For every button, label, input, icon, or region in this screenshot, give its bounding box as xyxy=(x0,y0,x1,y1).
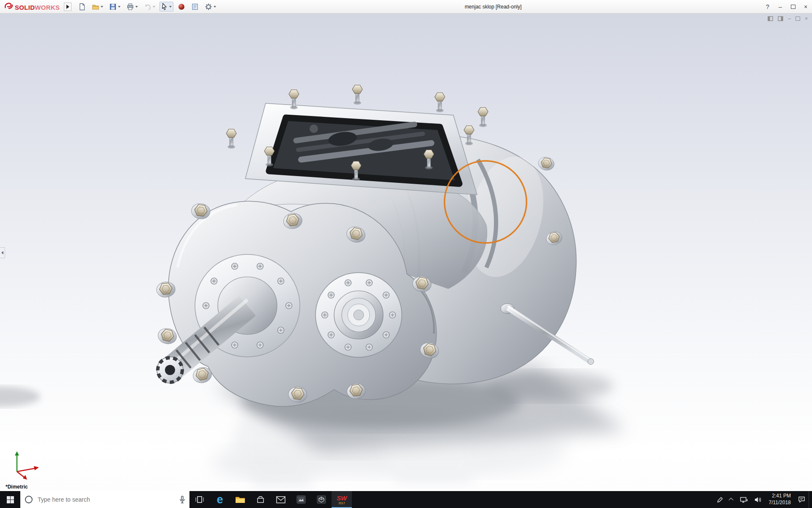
maximize-button[interactable] xyxy=(787,0,799,13)
network-button[interactable] xyxy=(737,491,751,508)
top-cover-opening xyxy=(245,103,477,195)
collapse-arrow-icon xyxy=(1,251,3,254)
network-icon xyxy=(740,497,748,503)
taskbar-search[interactable] xyxy=(20,491,189,508)
action-center-icon xyxy=(798,496,805,503)
mail-icon xyxy=(276,496,285,503)
pen-icon xyxy=(717,497,723,503)
save-dropdown-caret[interactable] xyxy=(118,6,121,8)
close-button[interactable]: × xyxy=(799,0,812,13)
minimize-icon: – xyxy=(779,3,782,10)
options-gear-icon xyxy=(205,3,212,11)
save-icon xyxy=(109,3,117,11)
minimize-button[interactable]: – xyxy=(774,0,787,13)
tray-time: 2:41 PM xyxy=(769,493,791,500)
undo-icon xyxy=(144,3,151,11)
pane-left-icon[interactable] xyxy=(768,16,773,21)
start-button[interactable] xyxy=(0,491,20,508)
mail-button[interactable] xyxy=(271,491,291,508)
file-report-icon xyxy=(191,3,199,11)
solidworks-app-icon: SW 2017 xyxy=(337,495,347,505)
file-report-button[interactable] xyxy=(189,2,200,12)
speaker-icon xyxy=(754,497,762,503)
undo-dropdown-caret[interactable] xyxy=(153,6,155,8)
open-icon xyxy=(92,3,99,11)
select-cursor-icon xyxy=(161,3,168,10)
print-icon xyxy=(126,3,134,11)
child-window-controls: – × xyxy=(768,16,808,22)
bearing-cover xyxy=(315,273,402,357)
photos-app-icon xyxy=(296,495,306,504)
titlebar: SOLIDWORKS xyxy=(0,0,812,14)
feature-tree-collapse-tab[interactable] xyxy=(0,247,5,258)
open-button[interactable] xyxy=(90,2,105,12)
task-view-button[interactable] xyxy=(189,491,210,508)
help-button[interactable]: ? xyxy=(761,0,774,13)
options-dropdown-caret[interactable] xyxy=(214,6,216,8)
windows-taskbar: e SW 2017 xyxy=(0,491,812,508)
child-close-button[interactable]: × xyxy=(805,16,808,22)
document-title: menjac sklop [Read-only] xyxy=(430,4,557,10)
flyout-arrow-button[interactable] xyxy=(64,3,71,11)
file-explorer-icon xyxy=(235,496,245,504)
orientation-triad xyxy=(8,447,41,481)
model-3d-gearbox[interactable] xyxy=(0,14,812,491)
standard-toolbar xyxy=(77,2,218,12)
app-name: SOLIDWORKS xyxy=(15,4,60,11)
maximize-icon xyxy=(791,5,796,9)
windows-logo-icon xyxy=(7,496,14,503)
edge-icon: e xyxy=(217,494,223,505)
child-minimize-button[interactable]: – xyxy=(788,16,791,22)
volume-button[interactable] xyxy=(751,491,765,508)
chevron-up-icon xyxy=(728,498,733,502)
new-document-icon xyxy=(78,3,86,11)
photos-app-button[interactable] xyxy=(291,491,311,508)
system-tray: 2:41 PM 7/11/2018 xyxy=(713,491,812,508)
search-input[interactable] xyxy=(37,496,176,503)
microphone-icon[interactable] xyxy=(179,496,185,503)
child-restore-button[interactable] xyxy=(796,17,800,21)
solidworks-app-button[interactable]: SW 2017 xyxy=(332,491,352,508)
action-center-button[interactable] xyxy=(795,491,809,508)
app-name-light: WORKS xyxy=(35,4,60,11)
view-orientation-label: *Dimetric xyxy=(5,484,28,490)
solidworks-badge-year: 2017 xyxy=(338,502,345,505)
select-tool-button[interactable] xyxy=(159,2,173,11)
3d-viewer-icon xyxy=(317,495,326,504)
options-button[interactable] xyxy=(203,2,218,12)
undo-button[interactable] xyxy=(142,2,157,12)
print-button[interactable] xyxy=(125,2,140,12)
print-dropdown-caret[interactable] xyxy=(135,6,138,8)
tray-overflow-button[interactable] xyxy=(727,491,737,508)
tray-clock[interactable]: 2:41 PM 7/11/2018 xyxy=(765,493,795,506)
store-button[interactable] xyxy=(250,491,271,508)
help-icon: ? xyxy=(766,3,769,10)
appearance-sphere-icon xyxy=(178,3,185,11)
file-explorer-button[interactable] xyxy=(230,491,250,508)
flyout-arrow-icon xyxy=(66,5,69,9)
edge-button[interactable]: e xyxy=(210,491,230,508)
task-view-icon xyxy=(195,496,204,503)
appearances-button[interactable] xyxy=(176,2,187,12)
save-button[interactable] xyxy=(107,2,122,12)
pen-workspace-button[interactable] xyxy=(713,491,727,508)
select-dropdown-caret[interactable] xyxy=(169,6,172,8)
app-logo: SOLIDWORKS xyxy=(3,2,61,11)
ds-logo-icon xyxy=(4,2,14,10)
cortana-icon xyxy=(25,495,33,504)
new-document-button[interactable] xyxy=(77,2,88,12)
show-desktop-button[interactable] xyxy=(809,491,812,508)
window-controls: ? – × xyxy=(761,0,812,13)
graphics-viewport[interactable]: – × xyxy=(0,14,812,491)
open-dropdown-caret[interactable] xyxy=(101,6,103,8)
close-icon: × xyxy=(804,3,807,10)
tray-date: 7/11/2018 xyxy=(769,500,791,506)
solidworks-badge-text: SW xyxy=(337,495,347,501)
pane-right-icon[interactable] xyxy=(778,16,783,21)
gearbox-render xyxy=(0,14,812,491)
store-icon xyxy=(256,495,265,504)
app-name-bold: SOLID xyxy=(15,4,35,11)
3d-viewer-button[interactable] xyxy=(311,491,332,508)
